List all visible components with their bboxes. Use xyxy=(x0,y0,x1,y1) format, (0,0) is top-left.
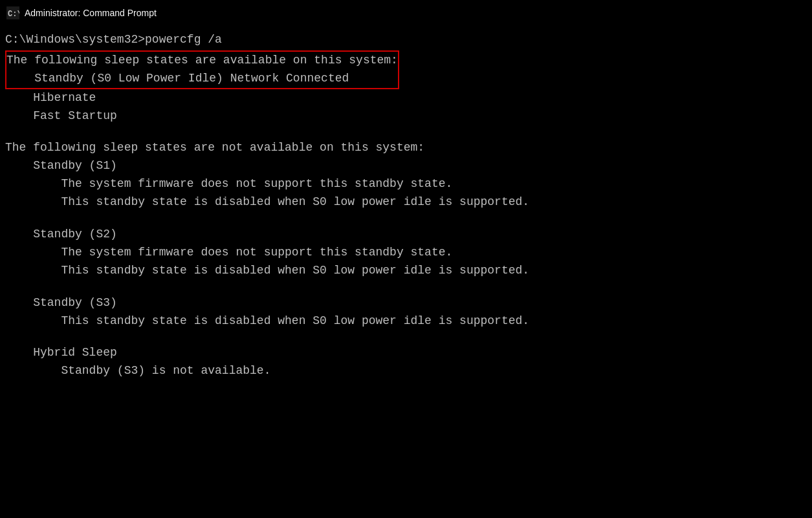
available-header-line: The following sleep states are available… xyxy=(6,52,398,70)
standby-s2-reason1-line: The system firmware does not support thi… xyxy=(5,244,807,262)
command-prompt-line: C:\Windows\system32>powercfg /a xyxy=(5,31,807,49)
standby-s0-line: Standby (S0 Low Power Idle) Network Conn… xyxy=(6,70,398,88)
standby-s1-line: Standby (S1) xyxy=(5,157,807,175)
svg-text:C:\: C:\ xyxy=(8,10,19,19)
standby-s1-reason2-line: This standby state is disabled when S0 l… xyxy=(5,193,807,211)
standby-s3-reason1-line: This standby state is disabled when S0 l… xyxy=(5,312,807,330)
standby-s2-reason2-line: This standby state is disabled when S0 l… xyxy=(5,262,807,280)
hybrid-sleep-reason1-line: Standby (S3) is not available. xyxy=(5,362,807,380)
terminal-content: C:\Windows\system32>powercfg /a The foll… xyxy=(0,26,812,385)
standby-s1-reason1-line: The system firmware does not support thi… xyxy=(5,175,807,193)
title-bar-text: Administrator: Command Prompt xyxy=(25,8,157,18)
title-bar: C:\ Administrator: Command Prompt xyxy=(0,0,812,26)
standby-s3-line: Standby (S3) xyxy=(5,294,807,312)
fast-startup-line: Fast Startup xyxy=(5,107,807,125)
highlighted-section: The following sleep states are available… xyxy=(5,50,399,89)
cmd-icon: C:\ xyxy=(6,6,19,19)
standby-s2-line: Standby (S2) xyxy=(5,226,807,244)
not-available-header-line: The following sleep states are not avail… xyxy=(5,139,807,157)
hibernate-line: Hibernate xyxy=(5,89,807,107)
hybrid-sleep-line: Hybrid Sleep xyxy=(5,344,807,362)
